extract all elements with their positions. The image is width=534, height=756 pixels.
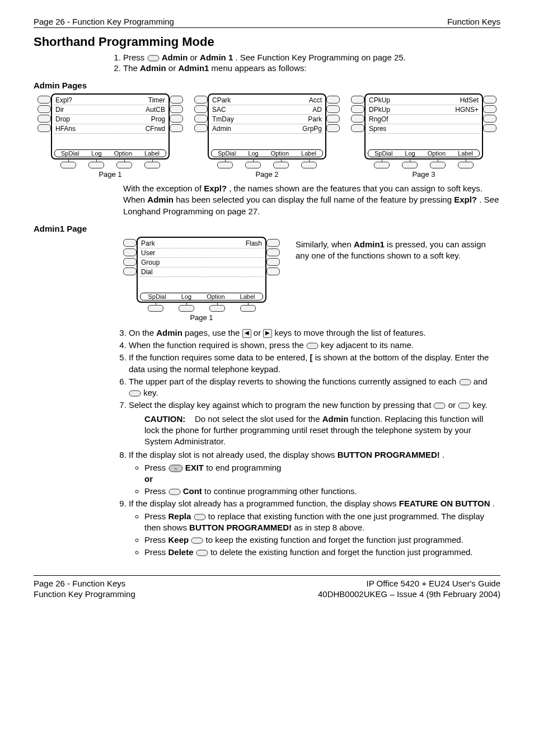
softkey-button-icon bbox=[88, 162, 104, 168]
display-key-right-icon bbox=[459, 379, 471, 386]
display-key-icon bbox=[351, 115, 364, 123]
page-header: Page 26 - Function Key Programming Funct… bbox=[34, 17, 500, 28]
svg-rect-2 bbox=[460, 379, 471, 385]
display-key-icon bbox=[147, 55, 160, 62]
svg-rect-0 bbox=[148, 55, 159, 61]
main-steps: On the Admin pages, use the ◀ or ▶ keys … bbox=[123, 327, 500, 558]
softkey-button-icon bbox=[458, 162, 474, 168]
svg-rect-1 bbox=[307, 343, 318, 349]
page-title: Shorthand Programming Mode bbox=[34, 35, 500, 49]
display-key-icon bbox=[38, 96, 51, 104]
display-key-icon bbox=[326, 96, 340, 104]
softkey-button-icon bbox=[240, 305, 256, 312]
display-key-icon bbox=[266, 258, 280, 266]
display-key-icon bbox=[194, 115, 208, 123]
display-screen: CParkAcct SACAD TmDayPark AdminGrpPg SpD… bbox=[208, 93, 326, 159]
page-footer: Page 26 - Function Keys Function Key Pro… bbox=[34, 575, 500, 600]
admin1-page: ParkFlash User Group Dial SpDial Log Opt… bbox=[123, 237, 280, 322]
caution-block: CAUTION: Do not select the slot used for… bbox=[144, 414, 500, 448]
display-key-icon bbox=[38, 105, 51, 113]
step-8-sublist: Press ⎋ EXIT to end programming or Press… bbox=[144, 462, 500, 497]
page-caption: Page 3 bbox=[351, 170, 496, 179]
display-key-icon bbox=[123, 258, 137, 266]
header-right: Function Keys bbox=[447, 17, 500, 26]
exit-key-icon: ⎋ bbox=[168, 464, 183, 472]
step-4: When the function required is shown, pre… bbox=[129, 340, 500, 351]
softkey-labels: SpDial Log Option Label bbox=[54, 149, 166, 157]
display-key-icon bbox=[123, 248, 137, 256]
display-key-icon bbox=[266, 239, 280, 247]
step-9-bullet-keep: Press Keep to keep the existing function… bbox=[144, 534, 500, 546]
step-8-bullet-cont: Press Cont to continue programming other… bbox=[144, 486, 500, 497]
display-key-icon bbox=[326, 124, 340, 132]
display-key-icon bbox=[194, 105, 208, 113]
intro-step-2: The Admin or Admin1 menu appears as foll… bbox=[123, 63, 500, 73]
svg-rect-11 bbox=[196, 550, 208, 556]
right-arrow-icon: ▶ bbox=[263, 329, 272, 338]
page-caption: Page 2 bbox=[194, 170, 340, 179]
admin-pages-heading: Admin Pages bbox=[34, 81, 500, 90]
admin1-heading: Admin1 Page bbox=[34, 224, 500, 233]
step-5: If the function requires some data to be… bbox=[129, 352, 500, 375]
svg-rect-8 bbox=[169, 489, 180, 495]
display-key-icon bbox=[194, 96, 208, 104]
display-key-icon bbox=[170, 96, 183, 104]
display-key-icon bbox=[38, 115, 51, 123]
display-key-icon bbox=[326, 115, 340, 123]
display-key-left-icon bbox=[458, 402, 470, 409]
display-key-icon bbox=[123, 267, 137, 275]
display-key-icon bbox=[351, 96, 364, 104]
display-key-left-icon bbox=[129, 390, 141, 397]
svg-rect-5 bbox=[458, 403, 470, 408]
display-key-icon bbox=[483, 115, 496, 123]
admin-pages-row: Expl?Timer DirAutCB DropProg HFAnsCFrwd … bbox=[34, 93, 500, 179]
display-key-icon bbox=[351, 105, 364, 113]
step-7: Select the display key against which to … bbox=[129, 400, 500, 447]
display-key-right-icon bbox=[433, 402, 446, 409]
footer-left: Page 26 - Function Keys Function Key Pro… bbox=[34, 578, 135, 600]
step-9-bullet-delete: Press Delete to delete the existing func… bbox=[144, 547, 500, 558]
display-key-right-icon bbox=[168, 489, 181, 495]
step-9: If the display slot already has a progra… bbox=[129, 498, 500, 558]
softkey-button-icon bbox=[179, 305, 194, 312]
display-screen: ParkFlash User Group Dial SpDial Log Opt… bbox=[137, 237, 266, 303]
step-9-sublist: Press Repla to replace that existing fun… bbox=[144, 511, 500, 558]
page-caption: Page 1 bbox=[38, 170, 183, 179]
softkey-button-icon bbox=[273, 162, 289, 168]
display-screen: Expl?Timer DirAutCB DropProg HFAnsCFrwd … bbox=[51, 93, 170, 159]
display-key-icon bbox=[266, 248, 280, 256]
intro-steps: Press Admin or Admin 1 . See Function Ke… bbox=[123, 53, 500, 73]
display-key-icon bbox=[170, 105, 183, 113]
display-screen: CPkUpHdSet DPkUpHGNS+ RngOf Spres SpDial… bbox=[364, 93, 483, 159]
display-key-icon bbox=[170, 115, 183, 123]
admin1-row: ParkFlash User Group Dial SpDial Log Opt… bbox=[123, 237, 500, 322]
caution-heading: CAUTION: bbox=[144, 414, 185, 424]
step-3: On the Admin pages, use the ◀ or ▶ keys … bbox=[129, 327, 500, 339]
admin-page-3: CPkUpHdSet DPkUpHGNS+ RngOf Spres SpDial… bbox=[351, 93, 496, 179]
display-key-icon bbox=[38, 124, 51, 132]
admin-page-1: Expl?Timer DirAutCB DropProg HFAnsCFrwd … bbox=[38, 93, 183, 179]
display-key-icon bbox=[351, 124, 364, 132]
display-key-icon bbox=[266, 267, 280, 275]
display-key-icon bbox=[170, 124, 183, 132]
softkey-button-icon bbox=[209, 305, 225, 312]
display-key-icon bbox=[483, 96, 496, 104]
step-6: The upper part of the display reverts to… bbox=[129, 376, 500, 399]
left-arrow-icon: ◀ bbox=[242, 329, 251, 338]
display-key-icon bbox=[123, 239, 137, 247]
step-9-bullet-repla: Press Repla to replace that existing fun… bbox=[144, 511, 500, 534]
display-key-left-icon bbox=[306, 342, 318, 349]
footer-right: IP Office 5420 + EU24 User's Guide 40DHB… bbox=[318, 578, 500, 600]
intro-step-1: Press Admin or Admin 1 . See Function Ke… bbox=[123, 53, 500, 62]
admin1-side-text: Similarly, when Admin1 is pressed, you c… bbox=[296, 237, 500, 322]
softkey-button-icon bbox=[301, 162, 317, 168]
display-key-icon bbox=[326, 105, 340, 113]
svg-rect-10 bbox=[191, 538, 203, 543]
softkey-button-icon bbox=[144, 162, 160, 168]
softkey-button-icon bbox=[60, 162, 76, 168]
softkey-button-icon bbox=[148, 305, 163, 312]
left-key-column bbox=[38, 93, 51, 132]
page-caption: Page 1 bbox=[123, 313, 280, 322]
header-left: Page 26 - Function Key Programming bbox=[34, 17, 174, 26]
softkey-button-icon bbox=[245, 162, 261, 168]
